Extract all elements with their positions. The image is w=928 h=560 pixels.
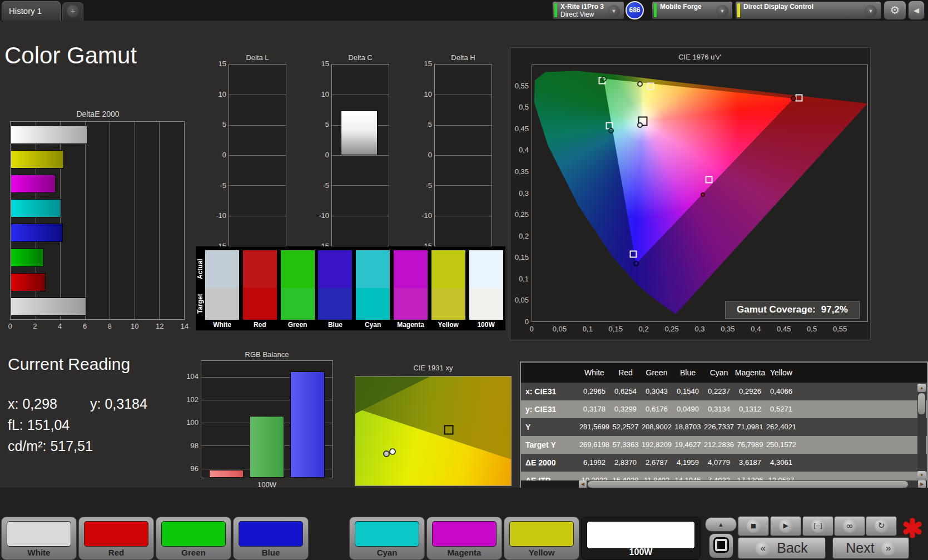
y-tick-label: 0,3 <box>510 189 529 197</box>
deltae2000-xaxis: 02468101214 <box>10 322 185 332</box>
cie1976-markers <box>532 65 867 321</box>
target-row-label: Target <box>196 288 204 320</box>
chevron-down-icon[interactable]: ▼ <box>716 5 728 17</box>
scroll-right-button[interactable]: ▶ <box>918 480 926 488</box>
swatch-label: Yellow <box>431 321 465 329</box>
scroll-thumb[interactable] <box>918 393 925 414</box>
pattern-button-label: Blue <box>234 548 308 557</box>
x-tick-label: 0,15 <box>609 325 623 333</box>
pattern-up-button[interactable]: ▲ <box>705 517 737 532</box>
x-tick-label: 14 <box>181 322 188 330</box>
table-cell: 0,3043 <box>641 383 672 400</box>
x-tick-label: 0,3 <box>694 325 704 333</box>
swatch-label: Cyan <box>356 321 390 329</box>
actual-row-label: Actual <box>196 250 204 288</box>
y-tick-label: 0,55 <box>510 82 529 90</box>
deltae-bar-cyan <box>11 199 61 217</box>
table-cell: 10,2022 <box>579 472 610 480</box>
table-cell: 0,5271 <box>766 400 797 418</box>
table-cell: 19,4627 <box>672 436 703 454</box>
scroll-up-button[interactable]: ▲ <box>917 384 926 392</box>
table-cell: 15,4028 <box>610 472 641 480</box>
table-row: ΔE 20006,19922,83702,67874,19594,07793,6… <box>521 454 927 472</box>
scroll-down-button[interactable]: ▼ <box>917 471 926 479</box>
back-button[interactable]: « Back <box>738 537 826 559</box>
pattern-button-magenta[interactable]: Magenta <box>426 517 502 560</box>
target-swatch-green <box>281 288 315 320</box>
refresh-icon: ↻ <box>875 519 889 533</box>
pattern-window-icon <box>713 537 729 553</box>
swatch-label: 100W <box>469 321 503 329</box>
target-marker-magenta <box>705 176 712 183</box>
add-tab-button[interactable]: + <box>62 2 83 21</box>
pattern-button-green[interactable]: Green <box>156 517 231 560</box>
x-tick-label: 0,45 <box>777 325 791 333</box>
tab-history-1[interactable]: History 1 <box>2 1 61 21</box>
table-vertical-scrollbar[interactable]: ▲ ▼ <box>917 384 926 479</box>
pattern-size-button[interactable]: [··] <box>802 516 833 536</box>
deltae-bar-white <box>11 126 87 144</box>
pattern-button-red[interactable]: Red <box>78 517 154 560</box>
meter-dropdown[interactable]: X-Rite i1Pro 3 Direct View ▼ <box>552 1 624 19</box>
play-button[interactable]: ▶ <box>770 516 801 536</box>
settings-button[interactable]: ⚙ <box>884 1 906 20</box>
pattern-button-label: White <box>2 548 76 557</box>
target-swatch-yellow <box>431 288 465 320</box>
table-cell: 2,6787 <box>641 454 672 472</box>
chart-title: Delta C <box>331 53 389 62</box>
table-cell: 192,8209 <box>641 436 672 454</box>
stop-button[interactable]: ■ <box>738 516 769 536</box>
table-row-label: Target Y <box>525 436 579 454</box>
pattern-button-cyan[interactable]: Cyan <box>349 517 425 560</box>
y-tick-label: 5 <box>316 120 329 128</box>
chart-deltae2000: DeltaE 2000 02468101214 <box>10 107 186 336</box>
table-cell: 76,7989 <box>735 436 766 454</box>
table-horizontal-scrollbar[interactable]: ◀ ▶ <box>579 480 926 488</box>
table-header-row: WhiteRedGreenBlueCyanMagentaYellow <box>521 363 927 383</box>
actual-marker-green <box>601 76 607 82</box>
table-column-header: White <box>579 363 610 383</box>
gridline <box>435 216 492 216</box>
target-marker-blue <box>629 251 637 258</box>
pattern-button-100w[interactable]: 100W <box>581 517 701 560</box>
scroll-thumb[interactable] <box>588 481 908 488</box>
table-cell: 0,3178 <box>579 400 610 418</box>
pattern-window-button[interactable] <box>709 533 733 558</box>
pattern-button-blue[interactable]: Blue <box>233 517 309 560</box>
chevron-down-icon[interactable]: ▼ <box>608 5 620 17</box>
gridline <box>435 185 492 186</box>
delta_c-bar <box>341 111 377 155</box>
scroll-down-icon: ▼ <box>920 473 924 478</box>
chart-delta-l: Delta L 100W 151050-5-10-15 <box>213 53 290 260</box>
display-control-dropdown[interactable]: Direct Display Control ▼ <box>735 1 881 19</box>
chart-title: Delta H <box>434 53 492 62</box>
table-cell: 0,2965 <box>579 383 610 400</box>
actual-marker-yellow <box>637 81 643 87</box>
current-reading-title: Current Reading <box>8 355 130 374</box>
play-icon: ▶ <box>779 519 793 533</box>
pattern-button-white[interactable]: White <box>1 517 77 560</box>
chart-title: CIE 1931 xy <box>355 364 512 372</box>
top-bar: History 1 + X-Rite i1Pro 3 Direct View ▼… <box>0 0 928 21</box>
target-marker-yellow <box>647 82 654 90</box>
source-dropdown[interactable]: Mobile Forge ▼ <box>652 1 733 19</box>
y-tick-label: 0,35 <box>510 167 529 176</box>
chart-title: DeltaE 2000 <box>10 110 186 118</box>
chevron-down-icon[interactable]: ▼ <box>865 5 877 17</box>
y-tick-label: 100 <box>186 418 198 427</box>
pattern-button-yellow[interactable]: Yellow <box>504 517 579 560</box>
table-cell: 281,5699 <box>579 418 610 436</box>
loop-button[interactable]: ∞ <box>834 516 865 536</box>
next-button[interactable]: Next » <box>832 537 909 559</box>
meter-status-stripe <box>554 3 557 17</box>
x-tick-label: 0,35 <box>721 325 735 333</box>
scroll-left-button[interactable]: ◀ <box>579 480 587 488</box>
table-column-header: Cyan <box>703 363 735 383</box>
x-tick-label: 0,5 <box>807 325 817 333</box>
pattern-button-label: Cyan <box>350 548 424 557</box>
actual-swatch-white <box>205 250 239 288</box>
target-swatch-magenta <box>394 288 428 320</box>
refresh-button[interactable]: ↻ <box>866 516 897 536</box>
actual-marker-white <box>637 122 643 128</box>
collapse-panel-button[interactable]: ◀ <box>908 1 925 20</box>
